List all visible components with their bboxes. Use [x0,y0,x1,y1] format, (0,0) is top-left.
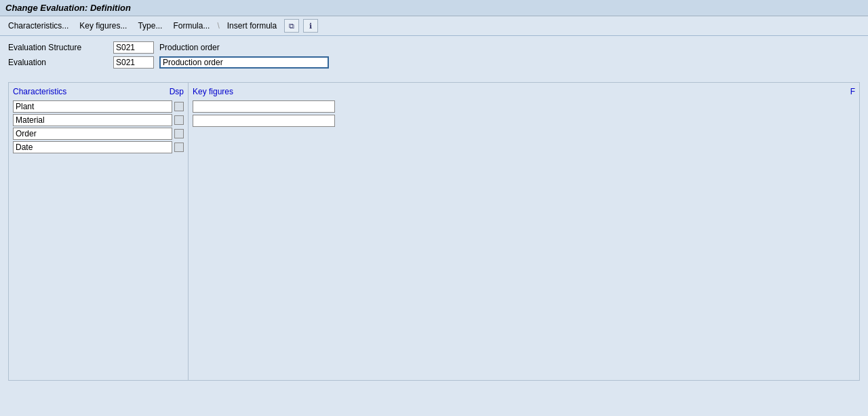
menu-insert-formula[interactable]: Insert formula [223,20,281,32]
char-row-plant [13,100,184,113]
char-row-date [13,141,184,153]
icon-info[interactable]: ℹ [303,19,318,33]
key-figures-header-abbr[interactable]: F [850,87,855,96]
main-panel: Characteristics Dsp Key figures F [8,82,860,381]
evaluation-structure-row: Evaluation Structure Production order [8,41,860,54]
char-input-order[interactable] [13,128,172,140]
evaluation-structure-label: Evaluation Structure [8,43,113,52]
evaluation-label: Evaluation [8,58,113,67]
menu-type[interactable]: Type... [134,20,166,32]
evaluation-row: Evaluation [8,56,860,69]
char-input-material[interactable] [13,114,172,126]
char-row-material [13,114,184,126]
title-text: Change Evaluation: Definition [5,3,131,13]
key-figure-row-1 [193,100,855,113]
characteristics-panel: Characteristics Dsp [9,83,189,380]
char-row-order [13,128,184,140]
menu-formula[interactable]: Formula... [169,20,214,32]
evaluation-input[interactable] [113,56,154,69]
key-figure-input-2[interactable] [193,115,335,127]
char-checkbox-order[interactable] [174,129,184,138]
icon-copy[interactable]: ⧉ [284,19,299,33]
form-area: Evaluation Structure Production order Ev… [0,36,868,77]
characteristics-header-label[interactable]: Characteristics [13,87,66,96]
characteristics-header: Characteristics Dsp [13,87,184,96]
key-figure-row-2 [193,115,855,127]
key-figures-panel: Key figures F [189,83,859,380]
title-bar: Change Evaluation: Definition [0,0,868,16]
menu-separator: \ [217,21,219,31]
characteristics-header-abbr[interactable]: Dsp [170,87,184,96]
production-order-static-label: Production order [159,43,220,52]
menu-bar: Characteristics... Key figures... Type..… [0,16,868,36]
menu-characteristics[interactable]: Characteristics... [4,20,73,32]
key-figures-header-label[interactable]: Key figures [193,87,233,96]
evaluation-text-input[interactable] [159,56,329,69]
char-input-plant[interactable] [13,100,172,113]
key-figure-input-1[interactable] [193,100,335,113]
key-figures-header: Key figures F [193,87,855,96]
char-checkbox-material[interactable] [174,115,184,125]
char-checkbox-plant[interactable] [174,102,184,111]
char-checkbox-date[interactable] [174,143,184,152]
evaluation-structure-input[interactable] [113,41,154,54]
char-input-date[interactable] [13,141,172,153]
menu-key-figures[interactable]: Key figures... [75,20,131,32]
